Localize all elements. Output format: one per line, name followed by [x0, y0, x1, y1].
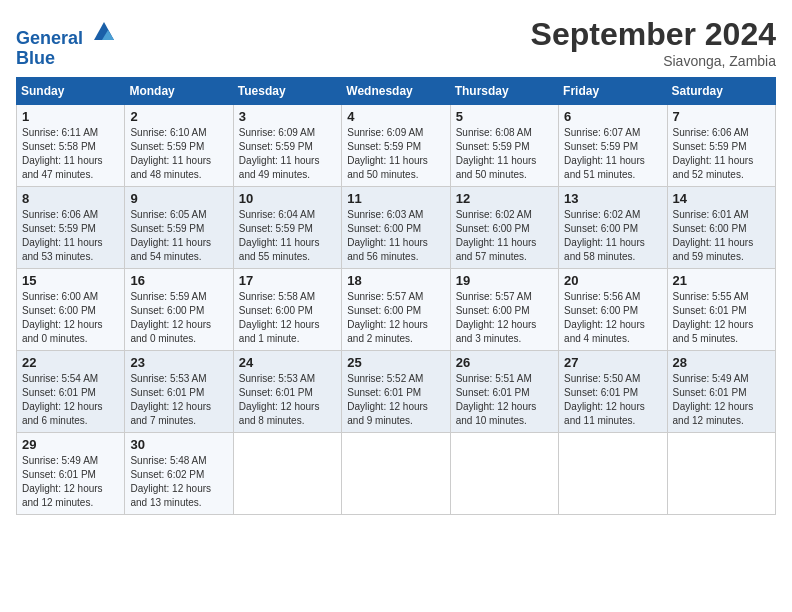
day-info: Sunrise: 5:54 AMSunset: 6:01 PMDaylight:… — [22, 372, 119, 428]
calendar-cell: 15Sunrise: 6:00 AMSunset: 6:00 PMDayligh… — [17, 269, 125, 351]
calendar-cell: 8Sunrise: 6:06 AMSunset: 5:59 PMDaylight… — [17, 187, 125, 269]
calendar-cell: 23Sunrise: 5:53 AMSunset: 6:01 PMDayligh… — [125, 351, 233, 433]
day-of-week-sunday: Sunday — [17, 78, 125, 105]
day-info: Sunrise: 5:57 AMSunset: 6:00 PMDaylight:… — [347, 290, 444, 346]
day-info: Sunrise: 6:06 AMSunset: 5:59 PMDaylight:… — [22, 208, 119, 264]
calendar-header-row: SundayMondayTuesdayWednesdayThursdayFrid… — [17, 78, 776, 105]
day-number: 20 — [564, 273, 661, 288]
day-number: 12 — [456, 191, 553, 206]
calendar-week-row: 29Sunrise: 5:49 AMSunset: 6:01 PMDayligh… — [17, 433, 776, 515]
calendar-cell — [450, 433, 558, 515]
calendar-cell: 10Sunrise: 6:04 AMSunset: 5:59 PMDayligh… — [233, 187, 341, 269]
day-number: 29 — [22, 437, 119, 452]
calendar-week-row: 1Sunrise: 6:11 AMSunset: 5:58 PMDaylight… — [17, 105, 776, 187]
calendar-cell: 26Sunrise: 5:51 AMSunset: 6:01 PMDayligh… — [450, 351, 558, 433]
calendar-cell: 11Sunrise: 6:03 AMSunset: 6:00 PMDayligh… — [342, 187, 450, 269]
calendar-table: SundayMondayTuesdayWednesdayThursdayFrid… — [16, 77, 776, 515]
day-of-week-thursday: Thursday — [450, 78, 558, 105]
day-info: Sunrise: 5:49 AMSunset: 6:01 PMDaylight:… — [22, 454, 119, 510]
calendar-cell: 25Sunrise: 5:52 AMSunset: 6:01 PMDayligh… — [342, 351, 450, 433]
calendar-cell: 16Sunrise: 5:59 AMSunset: 6:00 PMDayligh… — [125, 269, 233, 351]
calendar-cell — [342, 433, 450, 515]
day-number: 6 — [564, 109, 661, 124]
day-number: 9 — [130, 191, 227, 206]
day-info: Sunrise: 6:02 AMSunset: 6:00 PMDaylight:… — [564, 208, 661, 264]
calendar-cell: 22Sunrise: 5:54 AMSunset: 6:01 PMDayligh… — [17, 351, 125, 433]
calendar-cell: 13Sunrise: 6:02 AMSunset: 6:00 PMDayligh… — [559, 187, 667, 269]
day-number: 27 — [564, 355, 661, 370]
logo-general: General — [16, 28, 83, 48]
day-number: 28 — [673, 355, 770, 370]
calendar-cell: 7Sunrise: 6:06 AMSunset: 5:59 PMDaylight… — [667, 105, 775, 187]
day-number: 24 — [239, 355, 336, 370]
calendar-week-row: 22Sunrise: 5:54 AMSunset: 6:01 PMDayligh… — [17, 351, 776, 433]
calendar-cell — [233, 433, 341, 515]
day-number: 1 — [22, 109, 119, 124]
calendar-cell — [559, 433, 667, 515]
day-number: 14 — [673, 191, 770, 206]
day-number: 11 — [347, 191, 444, 206]
day-info: Sunrise: 5:58 AMSunset: 6:00 PMDaylight:… — [239, 290, 336, 346]
day-number: 19 — [456, 273, 553, 288]
calendar-cell: 3Sunrise: 6:09 AMSunset: 5:59 PMDaylight… — [233, 105, 341, 187]
day-of-week-friday: Friday — [559, 78, 667, 105]
day-of-week-monday: Monday — [125, 78, 233, 105]
day-info: Sunrise: 5:56 AMSunset: 6:00 PMDaylight:… — [564, 290, 661, 346]
day-info: Sunrise: 5:59 AMSunset: 6:00 PMDaylight:… — [130, 290, 227, 346]
day-info: Sunrise: 6:06 AMSunset: 5:59 PMDaylight:… — [673, 126, 770, 182]
day-info: Sunrise: 5:50 AMSunset: 6:01 PMDaylight:… — [564, 372, 661, 428]
day-info: Sunrise: 5:52 AMSunset: 6:01 PMDaylight:… — [347, 372, 444, 428]
calendar-cell: 14Sunrise: 6:01 AMSunset: 6:00 PMDayligh… — [667, 187, 775, 269]
day-number: 13 — [564, 191, 661, 206]
calendar-cell: 29Sunrise: 5:49 AMSunset: 6:01 PMDayligh… — [17, 433, 125, 515]
day-of-week-tuesday: Tuesday — [233, 78, 341, 105]
calendar-cell: 24Sunrise: 5:53 AMSunset: 6:01 PMDayligh… — [233, 351, 341, 433]
calendar-cell: 27Sunrise: 5:50 AMSunset: 6:01 PMDayligh… — [559, 351, 667, 433]
calendar-week-row: 15Sunrise: 6:00 AMSunset: 6:00 PMDayligh… — [17, 269, 776, 351]
calendar-cell: 12Sunrise: 6:02 AMSunset: 6:00 PMDayligh… — [450, 187, 558, 269]
calendar-cell: 6Sunrise: 6:07 AMSunset: 5:59 PMDaylight… — [559, 105, 667, 187]
day-info: Sunrise: 5:53 AMSunset: 6:01 PMDaylight:… — [130, 372, 227, 428]
calendar-cell: 17Sunrise: 5:58 AMSunset: 6:00 PMDayligh… — [233, 269, 341, 351]
day-number: 22 — [22, 355, 119, 370]
day-info: Sunrise: 5:51 AMSunset: 6:01 PMDaylight:… — [456, 372, 553, 428]
day-of-week-saturday: Saturday — [667, 78, 775, 105]
calendar-cell — [667, 433, 775, 515]
calendar-cell: 1Sunrise: 6:11 AMSunset: 5:58 PMDaylight… — [17, 105, 125, 187]
day-number: 8 — [22, 191, 119, 206]
month-title: September 2024 — [531, 16, 776, 53]
day-info: Sunrise: 6:09 AMSunset: 5:59 PMDaylight:… — [347, 126, 444, 182]
logo-icon — [90, 16, 118, 44]
calendar-cell: 30Sunrise: 5:48 AMSunset: 6:02 PMDayligh… — [125, 433, 233, 515]
day-info: Sunrise: 6:09 AMSunset: 5:59 PMDaylight:… — [239, 126, 336, 182]
day-info: Sunrise: 6:10 AMSunset: 5:59 PMDaylight:… — [130, 126, 227, 182]
day-number: 5 — [456, 109, 553, 124]
calendar-cell: 2Sunrise: 6:10 AMSunset: 5:59 PMDaylight… — [125, 105, 233, 187]
title-area: September 2024 Siavonga, Zambia — [531, 16, 776, 69]
calendar-cell: 5Sunrise: 6:08 AMSunset: 5:59 PMDaylight… — [450, 105, 558, 187]
day-number: 2 — [130, 109, 227, 124]
day-number: 3 — [239, 109, 336, 124]
day-number: 16 — [130, 273, 227, 288]
day-number: 15 — [22, 273, 119, 288]
calendar-cell: 18Sunrise: 5:57 AMSunset: 6:00 PMDayligh… — [342, 269, 450, 351]
day-info: Sunrise: 6:03 AMSunset: 6:00 PMDaylight:… — [347, 208, 444, 264]
day-info: Sunrise: 5:57 AMSunset: 6:00 PMDaylight:… — [456, 290, 553, 346]
day-number: 7 — [673, 109, 770, 124]
day-info: Sunrise: 5:49 AMSunset: 6:01 PMDaylight:… — [673, 372, 770, 428]
day-number: 17 — [239, 273, 336, 288]
day-number: 4 — [347, 109, 444, 124]
day-info: Sunrise: 6:00 AMSunset: 6:00 PMDaylight:… — [22, 290, 119, 346]
calendar-cell: 4Sunrise: 6:09 AMSunset: 5:59 PMDaylight… — [342, 105, 450, 187]
day-number: 18 — [347, 273, 444, 288]
day-number: 21 — [673, 273, 770, 288]
day-info: Sunrise: 6:04 AMSunset: 5:59 PMDaylight:… — [239, 208, 336, 264]
calendar-cell: 19Sunrise: 5:57 AMSunset: 6:00 PMDayligh… — [450, 269, 558, 351]
day-info: Sunrise: 6:07 AMSunset: 5:59 PMDaylight:… — [564, 126, 661, 182]
day-info: Sunrise: 5:53 AMSunset: 6:01 PMDaylight:… — [239, 372, 336, 428]
day-number: 25 — [347, 355, 444, 370]
day-info: Sunrise: 6:11 AMSunset: 5:58 PMDaylight:… — [22, 126, 119, 182]
day-number: 30 — [130, 437, 227, 452]
calendar-week-row: 8Sunrise: 6:06 AMSunset: 5:59 PMDaylight… — [17, 187, 776, 269]
day-info: Sunrise: 5:55 AMSunset: 6:01 PMDaylight:… — [673, 290, 770, 346]
